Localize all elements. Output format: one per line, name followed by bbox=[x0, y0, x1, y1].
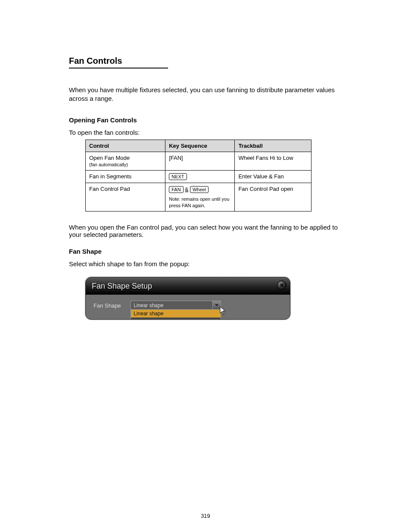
fan-controls-table: Control Key Sequence Trackball Open Fan … bbox=[85, 140, 311, 212]
table-row: Fan Control Pad FAN & Wheel Note: remain… bbox=[86, 183, 311, 212]
cell-trackball: Wheel Fans Hi to Low bbox=[235, 152, 311, 170]
cell-trackball: Enter Value & Fan bbox=[235, 170, 311, 183]
fan-shape-setup-panel: Fan Shape Setup Fan Shape Linear shape L… bbox=[85, 277, 290, 320]
key-ampersand: & bbox=[185, 187, 188, 193]
cell-control-note: (fan automatically) bbox=[89, 162, 128, 167]
table-row: Open Fan Mode (fan automatically) [FAN] … bbox=[86, 152, 311, 170]
table-row: Fan in Segments NEXT Enter Value & Fan bbox=[86, 170, 311, 183]
dropdown-selected[interactable]: Linear shape bbox=[131, 301, 221, 310]
cell-keyseq: FAN & Wheel Note: remains open until you… bbox=[165, 183, 235, 212]
fan-shape-heading: Fan Shape bbox=[69, 248, 346, 255]
dropdown-option[interactable]: Linear shape bbox=[131, 310, 221, 317]
fan-shape-label: Fan Shape bbox=[93, 301, 131, 309]
panel-title-text: Fan Shape Setup bbox=[92, 282, 152, 290]
cell-keyseq: [FAN] bbox=[165, 152, 235, 170]
table-header-control: Control bbox=[86, 140, 165, 152]
key-wheel: Wheel bbox=[190, 186, 209, 193]
key-fan: FAN bbox=[169, 186, 183, 193]
cell-control: Fan Control Pad bbox=[86, 183, 165, 212]
cell-control: Fan in Segments bbox=[86, 170, 165, 183]
section-heading: Opening Fan Controls bbox=[69, 116, 346, 124]
chevron-down-icon[interactable] bbox=[212, 301, 221, 309]
fan-shape-intro: Select which shape to fan from the popup… bbox=[69, 260, 346, 268]
cell-trackball: Fan Control Pad open bbox=[235, 183, 311, 212]
cell-keyseq-note: Note: remains open until you press FAN a… bbox=[169, 196, 229, 208]
after-table-paragraph: When you open the Fan control pad, you c… bbox=[69, 224, 346, 238]
table-header-keyseq: Key Sequence bbox=[165, 140, 235, 152]
dropdown-option[interactable]: S shape bbox=[131, 317, 221, 320]
lead-paragraph: When you have multiple fixtures selected… bbox=[69, 86, 346, 103]
table-header-trackball: Trackball bbox=[235, 140, 311, 152]
open-instruction: To open the fan controls: bbox=[69, 129, 346, 136]
close-icon[interactable] bbox=[277, 280, 286, 290]
key-next: NEXT bbox=[169, 173, 187, 180]
dropdown-list: Linear shape S shape V shape U shape bbox=[131, 309, 221, 320]
title-underline bbox=[69, 68, 168, 68]
fan-shape-dropdown[interactable]: Linear shape Linear shape S shape V shap… bbox=[131, 301, 221, 310]
panel-titlebar: Fan Shape Setup bbox=[86, 277, 290, 295]
cell-control: Open Fan Mode bbox=[89, 155, 130, 161]
cell-keyseq: NEXT bbox=[165, 170, 235, 183]
page-title: Fan Controls bbox=[69, 56, 346, 66]
dropdown-selected-text: Linear shape bbox=[134, 302, 163, 308]
page-number: 319 bbox=[0, 513, 411, 519]
